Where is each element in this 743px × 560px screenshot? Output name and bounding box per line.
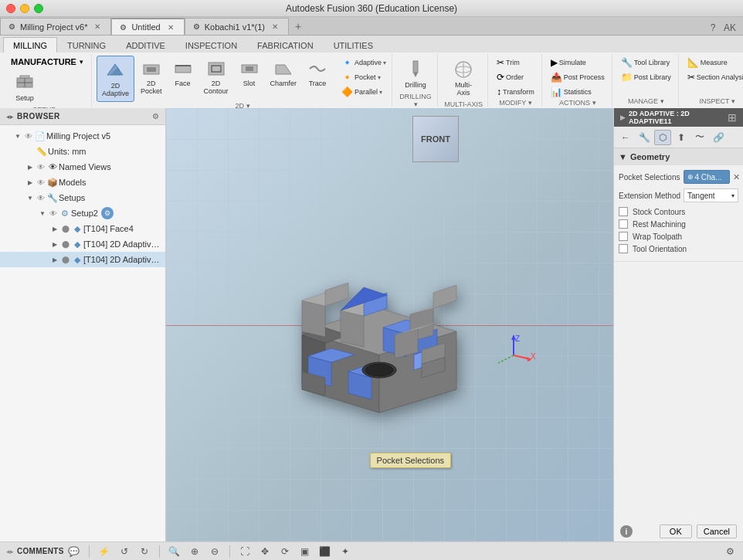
bottom-zoom-icon[interactable]: 🔍 — [168, 545, 182, 558]
modify-btn1[interactable]: ✂ Trim — [494, 56, 537, 70]
tree-item-setups[interactable]: ▼ 👁 🔧 Setups — [0, 190, 165, 205]
bottom-redo-icon[interactable]: ↻ — [137, 545, 151, 558]
tree-eye-adaptive10[interactable]: ⬤ — [60, 239, 71, 249]
3d-pocket-btn[interactable]: 🔸 Pocket ▾ — [339, 70, 388, 84]
pocket-selections-btn[interactable]: ⊕ 4 Cha... — [684, 170, 730, 184]
slot-btn[interactable]: Slot — [235, 56, 264, 91]
viewport[interactable]: FRONT Z X — [166, 108, 613, 541]
viewcube[interactable]: FRONT — [412, 116, 474, 178]
panel-tool-heights-btn[interactable]: ⬆ — [673, 130, 690, 145]
bottom-display-icon[interactable]: ⬛ — [318, 545, 332, 558]
panel-collapse-icon[interactable]: ▶ — [620, 114, 626, 121]
browser-collapse-icon[interactable]: ◂▸ — [6, 113, 14, 120]
drilling-btn[interactable]: Drilling — [399, 56, 433, 93]
tree-item-units[interactable]: ▶ 📏 Units: mm — [0, 144, 165, 159]
tab-milling[interactable]: ⚙ Milling Project v6* ✕ — [0, 18, 111, 35]
info-btn[interactable]: i — [620, 525, 633, 538]
ribbon-tab-fabrication[interactable]: FABRICATION — [247, 37, 324, 53]
rest-machining-checkbox[interactable] — [619, 219, 628, 229]
tree-item-named-views[interactable]: ▶ 👁 👁 Named Views — [0, 159, 165, 175]
stock-contours-checkbox[interactable] — [619, 207, 628, 216]
tree-arrow-named-views[interactable]: ▶ — [25, 161, 36, 172]
tree-item-root[interactable]: ▼ 👁 📄 Milling Project v5 — [0, 128, 165, 144]
bottom-zoom-out-icon[interactable]: ⊖ — [208, 545, 222, 558]
panel-expand-icon[interactable]: ⊞ — [728, 111, 737, 124]
pocket-selections-clear-btn[interactable]: ✕ — [733, 171, 740, 183]
tool-orientation-checkbox[interactable] — [619, 244, 628, 253]
face-btn[interactable]: Face — [168, 56, 198, 91]
multiaxis-btn[interactable]: Multi-Axis — [444, 56, 483, 100]
tree-item-setup2[interactable]: ▼ 👁 ⚙ Setup2 ⚙ — [0, 205, 165, 221]
maximize-button[interactable] — [34, 4, 43, 13]
panel-tool-passes-btn[interactable]: 〜 — [691, 130, 708, 145]
simulate-btn[interactable]: ▶ Simulate — [548, 56, 607, 70]
tree-arrow-root[interactable]: ▼ — [12, 131, 23, 141]
tree-eye-adaptive11[interactable]: ⬤ — [60, 254, 71, 265]
section-btn[interactable]: ✂ Section Analysis — [685, 70, 743, 84]
setup-btn[interactable]: Setup — [8, 69, 42, 106]
tree-arrow-setups[interactable]: ▼ — [25, 192, 36, 203]
ribbon-tab-utilities[interactable]: UTILITIES — [324, 37, 383, 53]
tree-eye-setups[interactable]: 👁 — [36, 192, 46, 203]
bottom-fit-icon[interactable]: ⛶ — [238, 545, 252, 558]
account-icon[interactable]: AK — [723, 21, 737, 35]
trace-btn[interactable]: Trace — [303, 56, 332, 91]
tab-kobachi[interactable]: ⚙ Kobachi1 v1*(1) ✕ — [185, 18, 289, 35]
tree-arrow-setup2[interactable]: ▼ — [37, 208, 48, 219]
tab-close-milling[interactable]: ✕ — [92, 22, 103, 32]
tree-eye-models[interactable]: 👁 — [36, 177, 46, 188]
bottom-pan-icon[interactable]: ✥ — [258, 545, 272, 558]
tab-close-kobachi[interactable]: ✕ — [270, 22, 280, 32]
tree-item-adaptive10[interactable]: ▶ ⬤ ◆ [T104] 2D Adaptive10 — [0, 236, 165, 252]
stats-btn[interactable]: 📊 Statistics — [548, 85, 607, 99]
tree-eye-setup2[interactable]: 👁 — [48, 208, 59, 219]
bottom-appearance-icon[interactable]: ✦ — [338, 545, 352, 558]
bottom-zoom-in-icon[interactable]: ⊕ — [188, 545, 202, 558]
bottom-undo-icon[interactable]: ↺ — [117, 545, 131, 558]
new-tab-button[interactable]: + — [289, 18, 307, 35]
ribbon-tab-milling[interactable]: MILLING — [3, 37, 57, 53]
tree-eye-named-views[interactable]: 👁 — [36, 161, 46, 172]
ribbon-tab-turning[interactable]: TURNING — [57, 37, 116, 53]
close-button[interactable] — [6, 4, 15, 13]
2d-adaptive-btn[interactable]: 2DAdaptive — [97, 56, 134, 102]
modify-btn3[interactable]: ↕ Transform — [494, 85, 537, 99]
browser-settings-icon[interactable]: ⚙ — [152, 112, 159, 120]
tree-item-models[interactable]: ▶ 👁 📦 Models — [0, 175, 165, 190]
viewcube-face[interactable]: FRONT — [412, 116, 459, 162]
panel-tool-back-btn[interactable]: ← — [617, 130, 634, 145]
chamfer-btn[interactable]: Chamfer — [266, 56, 302, 91]
bottom-settings-icon[interactable]: ⚙ — [723, 545, 737, 558]
minimize-button[interactable] — [20, 4, 29, 13]
tree-item-adaptive11[interactable]: ▶ ⬤ ◆ [T104] 2D Adaptive11 — [0, 252, 165, 267]
ribbon-tab-additive[interactable]: ADDITIVE — [116, 37, 175, 53]
tab-untitled[interactable]: ⚙ Untitled ✕ — [111, 18, 184, 35]
tab-close-untitled[interactable]: ✕ — [165, 22, 176, 32]
ribbon-tab-inspection[interactable]: INSPECTION — [175, 37, 247, 53]
tree-arrow-face4[interactable]: ▶ — [49, 223, 60, 234]
post-library-btn[interactable]: 📁 Post Library — [619, 70, 673, 84]
tree-item-face4[interactable]: ▶ ⬤ ◆ [T104] Face4 — [0, 221, 165, 236]
bottom-job-icon[interactable]: ⚡ — [97, 545, 111, 558]
extension-method-select[interactable]: Tangent ▾ — [684, 188, 738, 202]
bottom-comments-icon[interactable]: 💬 — [67, 545, 81, 558]
2d-contour-btn[interactable]: 2DContour — [199, 56, 233, 99]
panel-tool-geometry-btn[interactable]: ⬡ — [654, 130, 671, 145]
panel-tool-linking-btn[interactable]: 🔗 — [710, 130, 727, 145]
bottom-view-icon[interactable]: ▣ — [298, 545, 312, 558]
tree-arrow-adaptive11[interactable]: ▶ — [49, 254, 60, 265]
3d-adaptive-btn[interactable]: 🔹 Adaptive ▾ — [339, 56, 388, 70]
tree-arrow-models[interactable]: ▶ — [25, 177, 36, 188]
help-icon[interactable]: ? — [706, 21, 720, 35]
tree-arrow-adaptive10[interactable]: ▶ — [49, 239, 60, 249]
modify-btn2[interactable]: ⟳ Order — [494, 70, 537, 84]
manufacture-dropdown-btn[interactable]: MANUFACTURE ▾ — [8, 56, 87, 68]
tool-library-btn[interactable]: 🔧 Tool Library — [619, 56, 673, 70]
bottom-expand-icon[interactable]: ◂▸ — [6, 548, 14, 555]
panel-section-geometry-header[interactable]: ▼ Geometry — [614, 148, 743, 165]
post-btn[interactable]: 📤 Post Process — [548, 70, 607, 84]
3d-parallel-btn[interactable]: 🔶 Parallel ▾ — [339, 85, 388, 99]
cancel-button[interactable]: Cancel — [697, 524, 737, 538]
2d-pocket-btn[interactable]: 2DPocket — [136, 56, 167, 99]
tree-eye-face4[interactable]: ⬤ — [60, 223, 71, 234]
